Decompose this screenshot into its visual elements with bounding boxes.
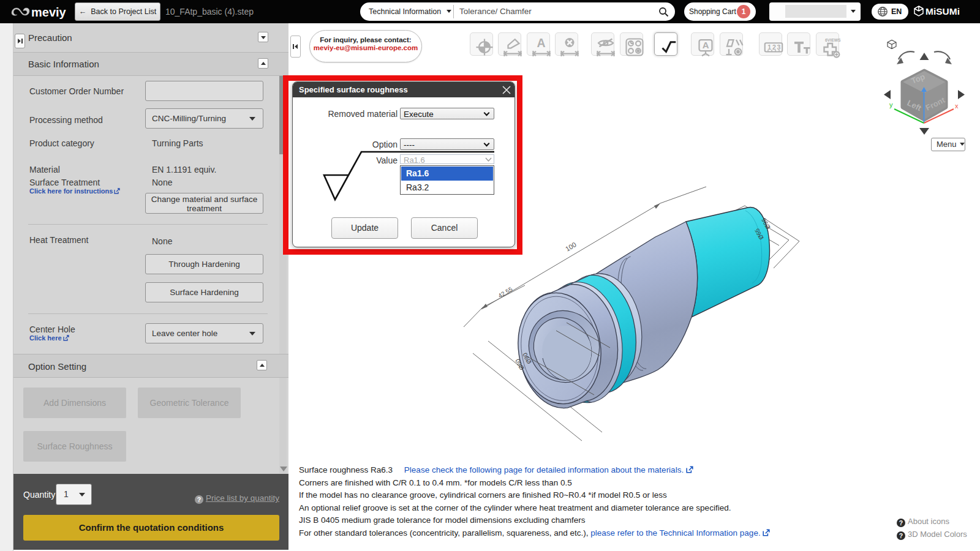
svg-text:100: 100 bbox=[564, 241, 578, 253]
svg-text:123: 123 bbox=[767, 43, 782, 51]
svg-text:42.55: 42.55 bbox=[497, 285, 514, 299]
svg-text:x: x bbox=[955, 102, 959, 110]
svg-text:meviy: meviy bbox=[31, 6, 66, 19]
svg-text:A: A bbox=[537, 36, 546, 50]
svg-text:y: y bbox=[889, 101, 893, 108]
svg-text:A: A bbox=[703, 40, 709, 50]
svg-text:6VIEWS: 6VIEWS bbox=[825, 38, 841, 42]
